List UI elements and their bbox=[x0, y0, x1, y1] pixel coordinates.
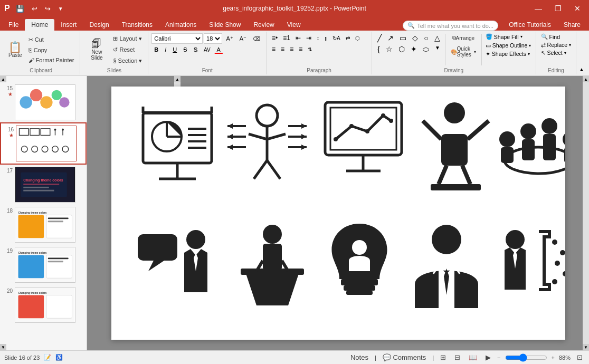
shape-diamond[interactable]: ◇ bbox=[410, 33, 421, 43]
scroll-top-btn[interactable]: ▲ bbox=[174, 76, 180, 82]
shape-s2[interactable]: ☆ bbox=[383, 44, 395, 55]
tab-transitions[interactable]: Transitions bbox=[116, 19, 159, 31]
slide-thumb-18[interactable]: 18 Changing theme colors bbox=[0, 205, 87, 245]
right-scroll-top[interactable]: ▲ bbox=[583, 76, 589, 82]
comments-button[interactable]: 💬 Comments bbox=[381, 352, 428, 362]
shape-outline-button[interactable]: ▭ Shape Outline ▾ bbox=[484, 42, 533, 49]
replace-button[interactable]: ⇄ Replace ▾ bbox=[539, 41, 573, 49]
redo-icon[interactable]: ↪ bbox=[43, 4, 52, 14]
align-center-button[interactable]: ≡ bbox=[279, 44, 287, 54]
tab-home[interactable]: Home bbox=[25, 19, 54, 31]
shape-line[interactable]: ╱ bbox=[375, 33, 384, 43]
font-size-decrease-button[interactable]: A⁻ bbox=[237, 34, 249, 43]
svg-point-116 bbox=[555, 261, 560, 266]
shape-s4[interactable]: ✦ bbox=[408, 44, 420, 55]
copy-button[interactable]: ⎘ Copy bbox=[26, 45, 77, 55]
shape-s5[interactable]: ⬭ bbox=[420, 44, 432, 55]
shape-s1[interactable]: { bbox=[375, 44, 383, 55]
arrange-button[interactable]: ⧉ Arrange bbox=[448, 33, 480, 43]
numbering-button[interactable]: ≡1 bbox=[281, 33, 292, 43]
text-direction-button[interactable]: ↻A bbox=[330, 34, 343, 42]
zoom-out-icon: − bbox=[497, 355, 500, 361]
fit-slide-button[interactable]: ⊡ bbox=[575, 352, 585, 362]
font-size-select[interactable]: 18 bbox=[204, 33, 222, 44]
slide-thumb-15[interactable]: 15★ bbox=[0, 82, 87, 122]
slide-thumb-19[interactable]: 19 Changing theme colors bbox=[0, 245, 87, 285]
shape-effects-button[interactable]: ✦ Shape Effects ▾ bbox=[484, 50, 533, 58]
shape-arrow[interactable]: ↗ bbox=[385, 33, 396, 43]
tab-view[interactable]: View bbox=[281, 19, 307, 31]
maximize-button[interactable]: ❐ bbox=[550, 3, 566, 14]
tab-animations[interactable]: Animations bbox=[159, 19, 203, 31]
strikethrough-button[interactable]: S bbox=[180, 45, 189, 54]
tab-slideshow[interactable]: Slide Show bbox=[203, 19, 247, 31]
slide-sorter-button[interactable]: ⊟ bbox=[452, 352, 462, 362]
close-button[interactable]: ✕ bbox=[570, 3, 585, 14]
bullets-button[interactable]: ≡• bbox=[270, 33, 280, 43]
font-family-select[interactable]: Calibri bbox=[151, 33, 203, 44]
select-button[interactable]: ↖ Select ▾ bbox=[539, 49, 573, 56]
right-scroll-bottom[interactable]: ▼ bbox=[583, 344, 589, 350]
tab-insert[interactable]: Insert bbox=[54, 19, 83, 31]
slideshow-button[interactable]: ▶ bbox=[483, 352, 493, 362]
tell-me-bar[interactable]: 🔍 Tell me what you want to do... bbox=[403, 21, 498, 31]
reset-button[interactable]: ↺ Reset bbox=[110, 45, 145, 55]
section-button[interactable]: § Section ▾ bbox=[110, 56, 145, 66]
format-painter-button[interactable]: 🖌 Format Painter bbox=[26, 55, 77, 65]
ribbon-collapse-button[interactable]: ▲ bbox=[576, 65, 587, 73]
shape-props: 🪣 Shape Fill ▾ ▭ Shape Outline ▾ ✦ Shape… bbox=[484, 33, 533, 58]
reading-view-button[interactable]: 📖 bbox=[467, 352, 479, 362]
customize-icon[interactable]: ▼ bbox=[56, 5, 65, 13]
svg-point-118 bbox=[552, 279, 557, 284]
share-button[interactable]: Share bbox=[557, 19, 587, 31]
increase-indent-button[interactable]: ⇥ bbox=[304, 33, 314, 43]
shape-circle[interactable]: ○ bbox=[421, 33, 431, 43]
shape-triangle[interactable]: △ bbox=[432, 33, 443, 43]
minimize-button[interactable]: — bbox=[530, 3, 546, 14]
slide-scroll-up[interactable]: ▲ bbox=[0, 76, 6, 82]
columns-button[interactable]: ⫿ bbox=[322, 34, 329, 42]
font-size-increase-button[interactable]: A⁺ bbox=[223, 34, 235, 43]
layout-button[interactable]: ⊞ Layout ▾ bbox=[110, 34, 145, 44]
shape-fill-button[interactable]: 🪣 Shape Fill ▾ bbox=[484, 33, 533, 41]
new-slide-button[interactable]: 🗐 NewSlide bbox=[83, 36, 110, 63]
slide-thumb-16[interactable]: 16★ bbox=[0, 122, 87, 165]
content-area: ▲ 15★ 16★ bbox=[0, 76, 589, 350]
smartart-button[interactable]: ⬡ bbox=[353, 34, 362, 42]
notes-sep: | bbox=[375, 355, 376, 361]
new-slide-icon: 🗐 bbox=[91, 39, 102, 49]
shape-more[interactable]: ▼ bbox=[432, 44, 443, 55]
char-spacing-button[interactable]: AV bbox=[201, 46, 213, 54]
tab-design[interactable]: Design bbox=[83, 19, 115, 31]
find-button[interactable]: 🔍 Find bbox=[539, 33, 573, 41]
paste-button[interactable]: 📋 Paste bbox=[5, 40, 25, 60]
convert-button[interactable]: ⇄ bbox=[344, 34, 352, 42]
slide-thumb-20[interactable]: 20 Changing theme colors bbox=[0, 285, 87, 325]
decrease-indent-button[interactable]: ⇤ bbox=[293, 33, 303, 43]
normal-view-button[interactable]: ⊞ bbox=[438, 352, 448, 362]
cut-button[interactable]: ✂ Cut bbox=[26, 35, 77, 45]
slide-scroll-down[interactable]: ▼ bbox=[0, 344, 6, 350]
text-shadow-button[interactable]: S bbox=[191, 45, 200, 54]
office-tutorials[interactable]: Office Tutorials bbox=[502, 19, 557, 31]
clear-format-button[interactable]: ⌫ bbox=[250, 35, 263, 43]
notes-button[interactable]: Notes bbox=[348, 352, 370, 362]
tab-review[interactable]: Review bbox=[247, 19, 280, 31]
shape-s3[interactable]: ⬡ bbox=[396, 44, 407, 55]
bold-button[interactable]: B bbox=[151, 45, 161, 54]
italic-button[interactable]: I bbox=[162, 45, 169, 54]
font-color-button[interactable]: A bbox=[214, 45, 223, 54]
undo-icon[interactable]: ↩ bbox=[30, 4, 39, 14]
save-icon[interactable]: 💾 bbox=[14, 4, 26, 14]
shape-rect[interactable]: ▭ bbox=[397, 33, 409, 43]
align-justify-button[interactable]: ≡ bbox=[297, 44, 305, 54]
align-left-button[interactable]: ≡ bbox=[270, 44, 278, 54]
underline-button[interactable]: U bbox=[170, 45, 179, 54]
line-spacing-button[interactable]: ↕ bbox=[315, 34, 321, 42]
vertical-align-button[interactable]: ⇅ bbox=[306, 45, 314, 53]
align-right-button[interactable]: ≡ bbox=[288, 44, 296, 54]
tab-file[interactable]: File bbox=[2, 19, 25, 31]
slide-thumb-17[interactable]: 17 Changing theme colors bbox=[0, 165, 87, 205]
quick-styles-button[interactable]: 🎨 Quick Styles ▾ bbox=[448, 44, 480, 60]
zoom-slider[interactable] bbox=[505, 354, 547, 361]
